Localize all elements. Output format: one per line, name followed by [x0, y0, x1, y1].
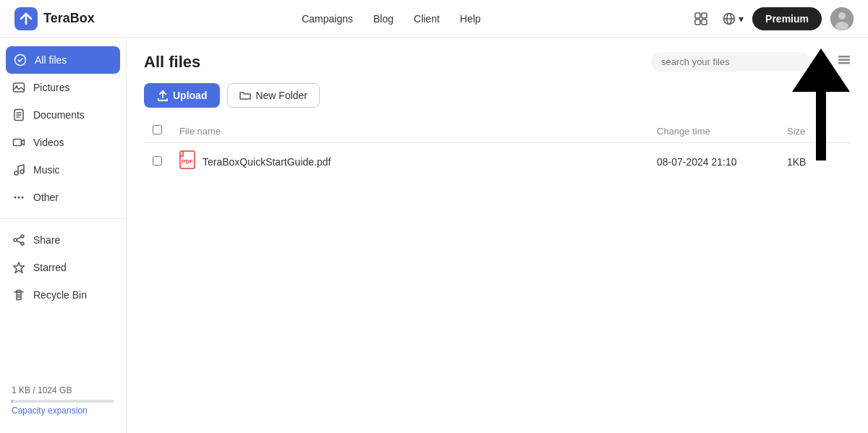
header-nav: Campaigns Blog Client Help — [302, 13, 480, 25]
starred-icon — [12, 260, 26, 275]
file-table-header: File name Change time Size — [144, 119, 851, 143]
apps-grid-icon[interactable] — [688, 6, 714, 32]
search-box — [651, 52, 810, 72]
sidebar-item-music[interactable]: Music — [0, 156, 126, 184]
sidebar-item-starred[interactable]: Starred — [0, 254, 126, 281]
all-files-icon — [13, 53, 27, 67]
sidebar-item-pictures[interactable]: Pictures — [0, 74, 126, 101]
svg-point-25 — [14, 239, 17, 241]
storage-text: 1 KB / 1024 GB — [12, 385, 114, 395]
sidebar-item-starred-label: Starred — [33, 262, 67, 273]
toolbar: Upload New Folder — [144, 83, 851, 108]
header-right: ▾ Premium — [688, 6, 854, 32]
search-and-view — [651, 52, 851, 72]
file-name-header: File name — [171, 119, 648, 143]
capacity-expansion-link[interactable]: Capacity expansion — [12, 406, 114, 416]
file-size: 1KB — [778, 143, 851, 181]
search-input[interactable] — [661, 56, 800, 67]
sidebar-item-videos-label: Videos — [33, 137, 64, 148]
sidebar-item-all-files[interactable]: All files — [6, 46, 120, 74]
file-name: TeraBoxQuickStartGuide.pdf — [203, 156, 331, 168]
select-all-checkbox[interactable] — [153, 125, 162, 134]
main-layout: All files Pictures — [0, 38, 868, 433]
svg-rect-3 — [695, 20, 700, 25]
svg-point-26 — [21, 242, 24, 245]
sidebar-item-other[interactable]: Other — [0, 184, 126, 211]
search-button[interactable] — [817, 54, 830, 70]
size-header: Size — [778, 119, 851, 143]
svg-rect-30 — [17, 291, 21, 293]
lang-arrow: ▾ — [739, 13, 744, 25]
page-title: All files — [144, 53, 200, 72]
svg-rect-38 — [838, 62, 850, 64]
view-toggle-button[interactable] — [838, 53, 851, 70]
sidebar-item-documents[interactable]: Documents — [0, 101, 126, 129]
svg-point-21 — [14, 197, 17, 199]
svg-rect-12 — [14, 83, 25, 92]
svg-rect-36 — [838, 56, 850, 58]
svg-line-27 — [17, 237, 21, 239]
header: TeraBox Campaigns Blog Client Help ▾ Pre… — [0, 0, 868, 38]
premium-button[interactable]: Premium — [752, 7, 822, 30]
content-header: All files — [144, 52, 851, 72]
svg-point-22 — [18, 197, 20, 199]
logo-icon — [14, 7, 38, 30]
file-name-cell-wrapper: PDF TeraBoxQuickStartGuide.pdf — [171, 143, 648, 181]
file-name-cell: PDF TeraBoxQuickStartGuide.pdf — [179, 150, 639, 173]
svg-line-35 — [826, 63, 829, 66]
sidebar-item-recycle-bin[interactable]: Recycle Bin — [0, 281, 126, 309]
svg-rect-18 — [14, 140, 22, 146]
upload-button[interactable]: Upload — [144, 83, 220, 108]
sidebar-item-documents-label: Documents — [33, 109, 85, 121]
svg-point-9 — [838, 12, 846, 20]
new-folder-button[interactable]: New Folder — [227, 83, 320, 108]
svg-marker-29 — [14, 262, 25, 273]
svg-point-24 — [21, 235, 24, 238]
storage-bar — [12, 400, 114, 403]
svg-rect-4 — [702, 20, 707, 25]
share-icon — [12, 233, 26, 247]
svg-text:PDF: PDF — [182, 158, 193, 165]
sidebar-item-videos[interactable]: Videos — [0, 129, 126, 156]
sidebar-item-share-label: Share — [33, 234, 60, 246]
sidebar-item-recycle-bin-label: Recycle Bin — [33, 289, 87, 301]
other-icon — [12, 190, 26, 205]
table-row[interactable]: PDF TeraBoxQuickStartGuide.pdf 08-07-202… — [144, 143, 851, 181]
logo-area: TeraBox — [14, 7, 95, 30]
sidebar: All files Pictures — [0, 38, 127, 433]
new-folder-label: New Folder — [255, 90, 307, 101]
upload-label: Upload — [173, 90, 207, 101]
content-area: All files — [127, 38, 868, 433]
file-change-time: 08-07-2024 21:10 — [648, 143, 778, 181]
nav-client[interactable]: Client — [414, 13, 440, 25]
sidebar-item-pictures-label: Pictures — [33, 82, 70, 93]
file-table: File name Change time Size — [144, 119, 851, 180]
nav-campaigns[interactable]: Campaigns — [302, 13, 353, 25]
row-checkbox-cell — [144, 143, 171, 181]
sidebar-item-other-label: Other — [33, 192, 59, 203]
change-time-header: Change time — [648, 119, 778, 143]
sidebar-item-music-label: Music — [33, 164, 60, 176]
sidebar-item-share[interactable]: Share — [0, 226, 126, 254]
sidebar-storage: 1 KB / 1024 GB Capacity expansion — [0, 377, 126, 424]
svg-point-34 — [819, 56, 827, 64]
pdf-icon: PDF — [179, 150, 195, 173]
logo-text: TeraBox — [43, 11, 95, 26]
recycle-bin-icon — [12, 288, 26, 302]
nav-help[interactable]: Help — [460, 13, 481, 25]
svg-point-10 — [835, 22, 848, 30]
sidebar-item-all-files-label: All files — [35, 54, 67, 66]
language-button[interactable]: ▾ — [723, 12, 744, 25]
svg-point-23 — [22, 197, 24, 199]
svg-line-28 — [17, 241, 21, 243]
row-checkbox[interactable] — [153, 156, 162, 166]
videos-icon — [12, 135, 26, 150]
avatar[interactable] — [830, 7, 854, 30]
sidebar-divider — [0, 218, 126, 219]
file-table-body: PDF TeraBoxQuickStartGuide.pdf 08-07-202… — [144, 143, 851, 181]
select-all-header — [144, 119, 171, 143]
nav-blog[interactable]: Blog — [373, 13, 393, 25]
svg-rect-1 — [695, 13, 700, 18]
svg-rect-37 — [838, 59, 850, 61]
svg-rect-2 — [702, 13, 707, 18]
